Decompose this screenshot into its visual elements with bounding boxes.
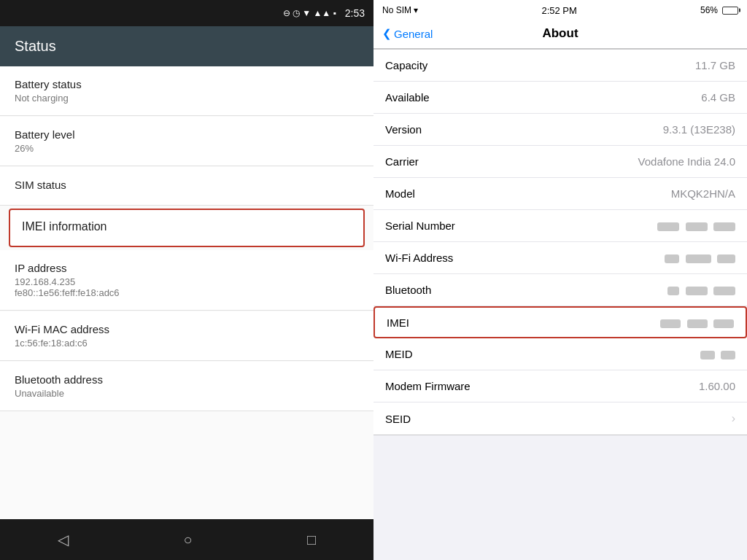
imei-value xyxy=(660,316,734,329)
ios-status-left: No SIM ▾ xyxy=(382,5,418,15)
android-item-imei-info[interactable]: IMEI information xyxy=(9,209,365,247)
android-item-ip-address[interactable]: IP address 192.168.4.235fe80::1e56:feff:… xyxy=(0,250,374,311)
blurred-11 xyxy=(687,319,708,328)
ip-address-value: 192.168.4.235fe80::1e56:feff:fe18:adc6 xyxy=(15,276,359,298)
model-value: MKQK2HN/A xyxy=(671,187,735,200)
bluetooth-value xyxy=(667,284,735,296)
blurred-12 xyxy=(713,319,734,328)
battery-status-label: Battery status xyxy=(15,78,359,90)
wifi-mac-label: Wi-Fi MAC address xyxy=(15,323,359,335)
ios-statusbar: No SIM ▾ 2:52 PM 56% xyxy=(374,0,747,20)
capacity-value: 11.7 GB xyxy=(695,59,735,71)
wifi-address-label: Wi-Fi Address xyxy=(385,252,453,264)
battery-icon xyxy=(721,7,738,15)
android-navbar: ◁ ○ □ xyxy=(0,519,374,560)
ios-section-about: Capacity 11.7 GB Available 6.4 GB Versio… xyxy=(374,49,747,435)
model-label: Model xyxy=(385,187,415,200)
blurred-2 xyxy=(686,222,708,231)
ios-content: Capacity 11.7 GB Available 6.4 GB Versio… xyxy=(374,49,747,560)
blurred-1 xyxy=(657,222,679,231)
ip-address-label: IP address xyxy=(15,262,359,274)
version-value: 9.3.1 (13E238) xyxy=(663,123,735,136)
modem-firmware-label: Modem Firmware xyxy=(385,380,471,392)
blurred-14 xyxy=(721,351,735,359)
ios-row-available[interactable]: Available 6.4 GB xyxy=(374,82,747,114)
battery-level-value: 26% xyxy=(15,143,359,154)
imei-label: IMEI xyxy=(387,316,409,329)
android-content: Battery status Not charging Battery leve… xyxy=(0,66,374,519)
android-header: Status xyxy=(0,26,374,66)
ios-row-modem-firmware[interactable]: Modem Firmware 1.60.00 xyxy=(374,370,747,402)
version-label: Version xyxy=(385,123,422,136)
chevron-right-icon: › xyxy=(732,412,735,425)
ios-status-right: 56% xyxy=(700,5,738,15)
ios-row-seid[interactable]: SEID › xyxy=(374,402,747,435)
meid-value xyxy=(700,348,735,360)
capacity-label: Capacity xyxy=(385,59,427,71)
blurred-5 xyxy=(686,254,711,263)
battery-level-label: Battery level xyxy=(15,128,359,141)
ios-row-wifi-address[interactable]: Wi-Fi Address xyxy=(374,242,747,274)
android-item-sim-status[interactable]: SIM status xyxy=(0,167,374,206)
android-item-wifi-mac[interactable]: Wi-Fi MAC address 1c:56:fe:18:ad:c6 xyxy=(0,311,374,361)
ios-row-imei[interactable]: IMEI xyxy=(374,306,747,338)
available-value: 6.4 GB xyxy=(701,91,735,104)
battery-percent: 56% xyxy=(700,5,718,15)
ios-back-label: General xyxy=(394,28,433,40)
wifi-address-value xyxy=(665,252,735,264)
blurred-9 xyxy=(713,287,735,295)
battery-box xyxy=(722,7,738,15)
sim-status-label: SIM status xyxy=(15,179,359,191)
ios-row-serial-number[interactable]: Serial Number xyxy=(374,210,747,242)
home-nav-icon[interactable]: ○ xyxy=(183,532,192,548)
bluetooth-address-label: Bluetooth address xyxy=(15,373,359,386)
android-item-bluetooth-address[interactable]: Bluetooth address Unavailable xyxy=(0,362,374,411)
ios-panel: No SIM ▾ 2:52 PM 56% ❮ General About Cap… xyxy=(374,0,747,560)
android-panel: ⊖ ◷ ▼ ▲▲ ▪ 2:53 Status Battery status No… xyxy=(0,0,374,560)
blurred-6 xyxy=(717,254,735,263)
modem-firmware-value: 1.60.00 xyxy=(699,380,735,392)
available-label: Available xyxy=(385,91,430,104)
blurred-4 xyxy=(665,254,679,263)
bluetooth-address-value: Unavailable xyxy=(15,388,359,399)
serial-number-value xyxy=(657,219,735,232)
android-statusbar: ⊖ ◷ ▼ ▲▲ ▪ 2:53 xyxy=(0,0,374,26)
android-item-battery-status[interactable]: Battery status Not charging xyxy=(0,66,374,116)
ios-back-button[interactable]: ❮ General xyxy=(382,27,433,40)
ios-row-bluetooth[interactable]: Bluetooth xyxy=(374,274,747,306)
android-time: 2:53 xyxy=(345,7,365,19)
ios-header: ❮ General About xyxy=(374,20,747,49)
meid-label: MEID xyxy=(385,348,413,360)
ios-row-version[interactable]: Version 9.3.1 (13E238) xyxy=(374,114,747,146)
chevron-left-icon: ❮ xyxy=(382,27,392,40)
serial-number-label: Serial Number xyxy=(385,219,455,232)
seid-label: SEID xyxy=(385,413,411,425)
imei-info-label: IMEI information xyxy=(22,220,352,233)
blurred-7 xyxy=(667,287,679,295)
ios-page-title: About xyxy=(542,26,578,41)
ios-row-meid[interactable]: MEID xyxy=(374,338,747,370)
carrier-label: Carrier xyxy=(385,155,419,168)
ios-row-model[interactable]: Model MKQK2HN/A xyxy=(374,178,747,210)
ios-row-capacity[interactable]: Capacity 11.7 GB xyxy=(374,50,747,82)
carrier-value: Vodafone India 24.0 xyxy=(638,155,735,168)
android-page-title: Status xyxy=(15,38,359,55)
back-nav-icon[interactable]: ◁ xyxy=(58,531,69,548)
wifi-mac-value: 1c:56:fe:18:ad:c6 xyxy=(15,338,359,349)
blurred-3 xyxy=(713,222,735,231)
ios-row-carrier[interactable]: Carrier Vodafone India 24.0 xyxy=(374,146,747,178)
android-status-icons: ⊖ ◷ ▼ ▲▲ ▪ xyxy=(283,8,336,18)
android-item-battery-level[interactable]: Battery level 26% xyxy=(0,117,374,166)
blurred-8 xyxy=(686,287,708,295)
battery-status-value: Not charging xyxy=(15,93,359,104)
bluetooth-label: Bluetooth xyxy=(385,284,431,296)
ios-status-time: 2:52 PM xyxy=(541,5,576,16)
blurred-13 xyxy=(700,351,715,359)
recent-nav-icon[interactable]: □ xyxy=(307,532,316,548)
blurred-10 xyxy=(660,319,681,328)
